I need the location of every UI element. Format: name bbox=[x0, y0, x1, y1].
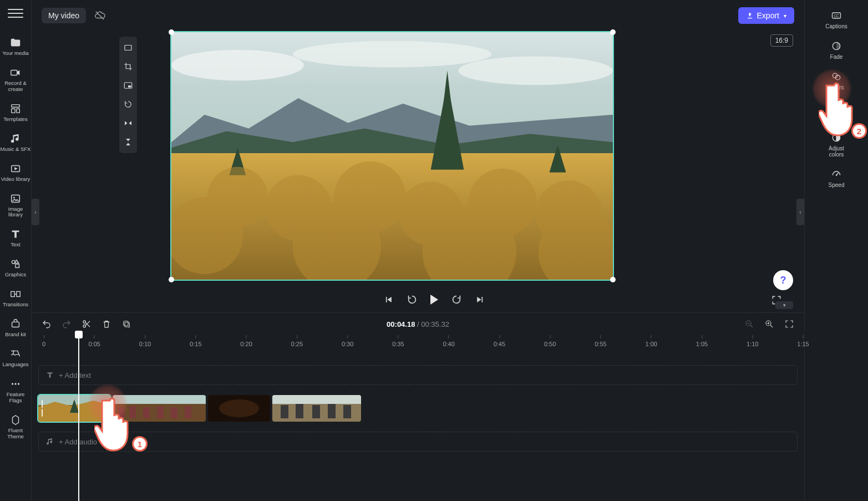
resize-handle[interactable] bbox=[169, 277, 174, 282]
sidebar-item-brand-kit[interactable]: Brand kit bbox=[0, 315, 32, 342]
redo-icon bbox=[62, 319, 72, 329]
svg-rect-8 bbox=[16, 264, 19, 267]
video-clip[interactable] bbox=[272, 395, 361, 422]
right-item-captions[interactable]: CC Captions bbox=[805, 7, 868, 33]
timeline-ruler[interactable]: 00:050:100:150:200:250:300:350:400:450:5… bbox=[38, 335, 798, 350]
zoom-in-icon[interactable] bbox=[764, 319, 774, 329]
flip-vertical-icon[interactable] bbox=[119, 133, 137, 151]
svg-rect-49 bbox=[118, 407, 125, 418]
play-button-icon[interactable] bbox=[430, 295, 438, 305]
playhead[interactable] bbox=[78, 333, 79, 501]
split-icon[interactable] bbox=[82, 319, 92, 329]
video-track-lane[interactable] bbox=[38, 395, 798, 422]
help-button[interactable]: ? bbox=[773, 270, 793, 290]
effects-icon bbox=[831, 102, 842, 113]
fit-tool-icon[interactable] bbox=[119, 39, 137, 57]
resize-handle[interactable] bbox=[610, 29, 616, 35]
ruler-tick: 1:05 bbox=[696, 335, 708, 347]
fade-icon bbox=[831, 41, 842, 52]
text-icon bbox=[9, 228, 22, 240]
video-clip[interactable] bbox=[113, 395, 206, 422]
text-icon bbox=[45, 371, 54, 379]
pip-tool-icon[interactable] bbox=[119, 77, 137, 94]
image-icon bbox=[9, 193, 22, 205]
right-item-speed[interactable]: Speed bbox=[805, 165, 868, 191]
preview-canvas[interactable] bbox=[170, 31, 614, 281]
sidebar-item-your-media[interactable]: Your media bbox=[0, 33, 32, 61]
seek-forward-icon[interactable] bbox=[450, 293, 463, 306]
clip-trim-handle[interactable] bbox=[104, 395, 109, 422]
zoom-fit-icon[interactable] bbox=[784, 319, 794, 329]
aspect-ratio-selector[interactable]: 16:9 bbox=[770, 34, 793, 47]
right-sidebar: CC Captions Fade Filters Effects Adjust … bbox=[804, 0, 868, 501]
svg-point-56 bbox=[219, 399, 259, 417]
right-item-fade[interactable]: Fade bbox=[805, 37, 868, 63]
ruler-tick: 1:00 bbox=[645, 335, 657, 347]
duplicate-icon[interactable]: + bbox=[121, 319, 131, 329]
sidebar-item-text[interactable]: Text bbox=[0, 225, 32, 252]
timeline-toolbar: + 00:04.18 / 00:35.32 bbox=[32, 313, 804, 335]
timecode-current: 00:04.18 bbox=[387, 320, 415, 328]
delete-icon[interactable] bbox=[101, 319, 111, 329]
ruler-tick: 1:15 bbox=[797, 335, 809, 347]
crop-tool-icon[interactable] bbox=[119, 58, 137, 75]
svg-rect-22 bbox=[125, 45, 131, 50]
music-note-icon bbox=[45, 437, 54, 446]
right-item-effects[interactable]: Effects bbox=[805, 98, 868, 124]
left-sidebar: Your media Record & create Templates Mus… bbox=[0, 0, 32, 501]
undo-icon[interactable] bbox=[42, 319, 52, 329]
video-clip[interactable] bbox=[208, 395, 270, 422]
ruler-tick: 1:10 bbox=[747, 335, 758, 347]
text-track-lane[interactable]: + Add text bbox=[38, 365, 798, 385]
sidebar-item-label: Fluent Theme bbox=[7, 428, 24, 440]
resize-handle[interactable] bbox=[169, 29, 174, 35]
svg-rect-9 bbox=[11, 292, 14, 297]
right-item-label: Speed bbox=[829, 182, 845, 188]
templates-icon bbox=[9, 103, 22, 115]
zoom-out-icon[interactable] bbox=[744, 319, 754, 329]
ruler-tick: 0:25 bbox=[291, 335, 303, 347]
sidebar-item-video-library[interactable]: Video library bbox=[0, 159, 32, 187]
right-item-filters[interactable]: Filters bbox=[805, 68, 868, 94]
right-item-label: Fade bbox=[830, 54, 843, 60]
collapse-preview-button[interactable]: ▾ bbox=[775, 301, 793, 309]
sidebar-item-record-create[interactable]: Record & create bbox=[0, 63, 32, 97]
resize-handle[interactable] bbox=[610, 277, 616, 282]
clip-trim-handle[interactable] bbox=[39, 395, 45, 422]
svg-text:CC: CC bbox=[834, 14, 839, 18]
export-button[interactable]: Export ▾ bbox=[738, 7, 794, 24]
audio-track-lane[interactable]: + Add audio bbox=[38, 432, 798, 452]
sidebar-item-label: Languages bbox=[2, 362, 28, 368]
svg-rect-1 bbox=[12, 104, 20, 107]
ruler-tick: 0:05 bbox=[89, 335, 100, 347]
sidebar-item-graphics[interactable]: Graphics bbox=[0, 255, 32, 282]
svg-rect-10 bbox=[17, 292, 20, 297]
sidebar-item-image-library[interactable]: Image library bbox=[0, 189, 32, 223]
playback-controls bbox=[383, 293, 486, 306]
tutorial-step-badge: 2 bbox=[851, 123, 867, 139]
hamburger-menu-icon[interactable] bbox=[8, 6, 23, 21]
project-title[interactable]: My video bbox=[42, 8, 86, 23]
svg-point-13 bbox=[14, 383, 16, 384]
sidebar-item-transitions[interactable]: Transitions bbox=[0, 285, 32, 312]
sidebar-item-feature-flags[interactable]: Feature Flags bbox=[0, 375, 32, 408]
sidebar-item-music-sfx[interactable]: Music & SFX bbox=[0, 129, 32, 157]
ruler-tick: 0:30 bbox=[342, 335, 353, 347]
sidebar-item-templates[interactable]: Templates bbox=[0, 99, 32, 127]
sidebar-item-label: Record & create bbox=[4, 80, 27, 93]
export-button-label: Export bbox=[757, 11, 779, 20]
cloud-off-icon[interactable] bbox=[94, 9, 106, 22]
seek-back-icon[interactable] bbox=[406, 293, 418, 306]
sidebar-item-languages[interactable]: Languages bbox=[0, 345, 32, 372]
right-item-label: Effects bbox=[828, 115, 845, 121]
upload-icon bbox=[746, 12, 754, 19]
sidebar-item-fluent-theme[interactable]: Fluent Theme bbox=[0, 411, 32, 444]
skip-end-icon[interactable] bbox=[475, 294, 486, 305]
skip-start-icon[interactable] bbox=[383, 294, 394, 305]
video-clip[interactable] bbox=[38, 395, 110, 422]
folder-icon bbox=[9, 37, 22, 49]
rotate-tool-icon[interactable] bbox=[119, 95, 137, 113]
svg-rect-24 bbox=[128, 85, 131, 88]
sidebar-item-label: Feature Flags bbox=[7, 392, 25, 404]
flip-horizontal-icon[interactable] bbox=[119, 114, 137, 132]
